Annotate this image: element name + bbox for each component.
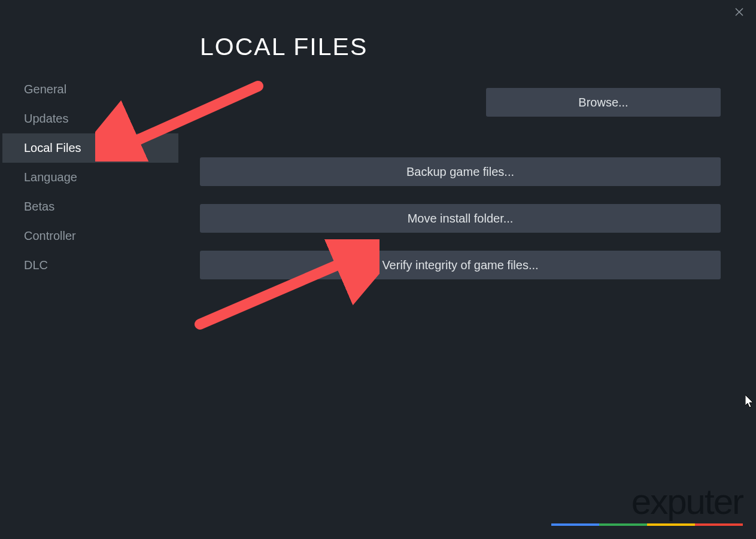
move-install-folder-button[interactable]: Move install folder... [200, 204, 721, 233]
sidebar-item-label: General [24, 83, 66, 96]
backup-game-files-button[interactable]: Backup game files... [200, 157, 721, 186]
watermark-text: exputer [551, 481, 743, 522]
close-icon [734, 7, 744, 17]
sidebar-item-label: Controller [24, 229, 76, 242]
properties-dialog: General Updates Local Files Language Bet… [2, 0, 754, 537]
sidebar-item-local-files[interactable]: Local Files [2, 133, 178, 163]
sidebar-item-language[interactable]: Language [2, 163, 178, 192]
sidebar-item-general[interactable]: General [2, 75, 178, 104]
mouse-cursor-icon [745, 395, 756, 409]
sidebar-item-dlc[interactable]: DLC [2, 251, 178, 280]
watermark: exputer [551, 481, 743, 526]
watermark-underline [551, 523, 743, 526]
sidebar: General Updates Local Files Language Bet… [2, 75, 178, 280]
sidebar-item-label: DLC [24, 258, 48, 272]
sidebar-item-betas[interactable]: Betas [2, 192, 178, 221]
browse-button[interactable]: Browse... [486, 88, 721, 117]
sidebar-item-updates[interactable]: Updates [2, 104, 178, 133]
sidebar-item-controller[interactable]: Controller [2, 221, 178, 251]
sidebar-item-label: Local Files [24, 141, 81, 154]
sidebar-item-label: Language [24, 170, 77, 184]
sidebar-item-label: Betas [24, 200, 54, 213]
content-panel: LOCAL FILES Browse... Backup game files.… [200, 33, 721, 297]
browse-row: Browse... [200, 88, 721, 117]
close-button[interactable] [732, 5, 746, 19]
verify-integrity-button[interactable]: Verify integrity of game files... [200, 251, 721, 279]
sidebar-item-label: Updates [24, 112, 69, 125]
page-title: LOCAL FILES [200, 33, 721, 61]
